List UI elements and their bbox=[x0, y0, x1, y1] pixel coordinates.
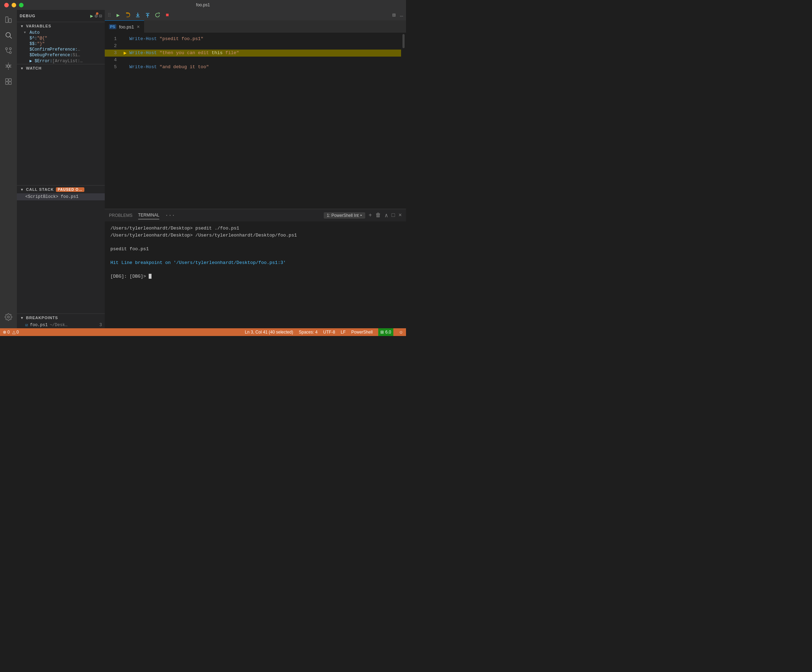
powershell-extension[interactable]: ⊞ 6.0 bbox=[378, 328, 393, 336]
problems-tab[interactable]: PROBLEMS bbox=[109, 211, 133, 219]
callstack-arrow-icon: ▼ bbox=[20, 187, 25, 192]
extension-version: 6.0 bbox=[385, 330, 391, 334]
var-item-5[interactable]: ▶ $Error: [ArrayList:… bbox=[17, 58, 105, 64]
var-item-3[interactable]: $ConfirmPreference: … bbox=[17, 47, 105, 52]
breakpoint-item[interactable]: ☑ foo.ps1 ~/Desk… 3 bbox=[17, 322, 105, 328]
close-button[interactable] bbox=[4, 3, 9, 7]
debug-label: DEBUG bbox=[20, 14, 36, 18]
indentation[interactable]: Spaces: 4 bbox=[299, 330, 317, 334]
terminal-more-button[interactable]: ··· bbox=[165, 212, 175, 218]
var-item-1[interactable]: $^: "@{" bbox=[17, 36, 105, 41]
terminal-header: PROBLEMS TERMINAL ··· 1: PowerShell Int … bbox=[105, 209, 406, 222]
code-line-3: 3 ▶ Write-Host "then you can edit this f… bbox=[105, 49, 406, 56]
collapse-terminal-button[interactable]: ∧ bbox=[385, 212, 388, 219]
sidebar: DEBUG ▶ ⚙ ⊡ ▼ VARIABLES ▼ Auto $^: bbox=[17, 10, 105, 328]
minimize-button[interactable] bbox=[12, 3, 16, 7]
code-line-2: 2 bbox=[105, 43, 406, 49]
var-item-4[interactable]: $DebugPreference: Si… bbox=[17, 52, 105, 58]
continue-button[interactable]: ▶ bbox=[114, 11, 122, 19]
activity-icon-search[interactable] bbox=[2, 28, 15, 42]
window-title: foo.ps1 bbox=[196, 2, 210, 7]
stop-button[interactable]: ■ bbox=[163, 11, 172, 19]
step-over-button[interactable] bbox=[124, 11, 132, 19]
error-icon: ⊗ bbox=[3, 330, 6, 334]
term-line-4: psedit foo.ps1 bbox=[110, 246, 400, 253]
callstack-header[interactable]: ▼ CALL STACK PAUSED O… bbox=[17, 186, 105, 193]
keyword-1: Write-Host bbox=[130, 36, 157, 41]
editor-content[interactable]: 1 Write-Host "psedit foo.ps1" 2 3 bbox=[105, 33, 406, 209]
maximize-terminal-button[interactable]: □ bbox=[392, 212, 395, 218]
step-into-button[interactable] bbox=[133, 11, 142, 19]
terminal-tab[interactable]: TERMINAL bbox=[138, 211, 160, 219]
maximize-button[interactable] bbox=[19, 3, 24, 7]
terminal-dropdown[interactable]: 1: PowerShell Int ‣ bbox=[324, 212, 365, 218]
debug-toolbar: ⠿ ▶ ■ bbox=[105, 10, 406, 20]
error-count: 0 bbox=[7, 330, 10, 334]
code-text-1: Write-Host "psedit foo.ps1" bbox=[128, 36, 406, 43]
toolbar-drag-handle[interactable]: ⠿ bbox=[107, 12, 111, 18]
more-actions-button[interactable]: … bbox=[400, 12, 403, 18]
var-val-2: "}" bbox=[37, 41, 45, 46]
restart-button[interactable] bbox=[153, 11, 162, 19]
main-container: DEBUG ▶ ⚙ ⊡ ▼ VARIABLES ▼ Auto $^: bbox=[0, 10, 406, 328]
callstack-panel: ▼ CALL STACK PAUSED O… <ScriptBlock> foo… bbox=[17, 185, 105, 200]
warning-count: 0 bbox=[17, 330, 19, 334]
svg-point-5 bbox=[10, 52, 12, 54]
auto-label: Auto bbox=[29, 30, 40, 35]
cursor-position[interactable]: Ln 3, Col 41 (40 selected) bbox=[245, 330, 293, 334]
var-key-3: $ConfirmPreference: bbox=[29, 47, 78, 52]
feedback-icon[interactable]: ☺ bbox=[399, 330, 403, 334]
terminal-controls: 1: PowerShell Int ‣ + 🗑 ∧ □ × bbox=[324, 212, 402, 219]
debug-terminal-button[interactable]: ⊡ bbox=[99, 13, 102, 19]
activity-icon-extensions[interactable] bbox=[2, 75, 15, 89]
activity-icon-settings[interactable] bbox=[2, 310, 15, 324]
close-terminal-button[interactable]: × bbox=[398, 212, 402, 218]
svg-rect-11 bbox=[9, 82, 11, 84]
tab-close-button[interactable]: × bbox=[137, 24, 140, 29]
tab-foo-ps1[interactable]: PS foo.ps1 × bbox=[105, 20, 144, 33]
editor-scrollbar[interactable] bbox=[401, 33, 406, 209]
debug-play-button[interactable]: ▶ bbox=[90, 13, 93, 19]
svg-point-2 bbox=[6, 33, 10, 37]
encoding[interactable]: UTF-8 bbox=[323, 330, 335, 334]
term-line-8: [DBG]: [DBG]> bbox=[110, 273, 400, 280]
terminal-cursor bbox=[149, 274, 152, 279]
code-area[interactable]: 1 Write-Host "psedit foo.ps1" 2 3 bbox=[105, 33, 406, 209]
terminal-body[interactable]: /Users/tylerleonhardt/Desktop> psedit ./… bbox=[105, 222, 406, 328]
debug-gear-button[interactable]: ⚙ bbox=[95, 13, 97, 19]
activity-icon-debug[interactable] bbox=[2, 59, 15, 73]
variables-header[interactable]: ▼ VARIABLES bbox=[17, 22, 105, 30]
auto-item[interactable]: ▼ Auto bbox=[17, 30, 105, 36]
add-terminal-button[interactable]: + bbox=[369, 212, 372, 218]
svg-line-3 bbox=[10, 37, 12, 38]
step-out-button[interactable] bbox=[143, 11, 152, 19]
callstack-item[interactable]: <ScriptBlock> foo.ps1 bbox=[17, 193, 105, 200]
eol[interactable]: LF bbox=[341, 330, 346, 334]
language-mode[interactable]: PowerShell bbox=[351, 330, 373, 334]
activity-icon-source-control[interactable] bbox=[2, 44, 15, 58]
breakpoints-label: BREAKPOINTS bbox=[26, 316, 58, 320]
string-3: "then you can edit bbox=[160, 50, 212, 56]
term-line-6: Hit Line breakpoint on '/Users/tylerleon… bbox=[110, 259, 400, 266]
terminal-dropdown-label: 1: PowerShell Int ‣ bbox=[327, 213, 362, 218]
watch-header[interactable]: ▼ WATCH bbox=[17, 64, 105, 72]
breakpoints-header[interactable]: ▼ BREAKPOINTS bbox=[17, 314, 105, 322]
var-key-2: $$: bbox=[29, 41, 37, 46]
highlight-this: this bbox=[212, 50, 222, 56]
tab-label: foo.ps1 bbox=[119, 24, 134, 29]
var-item-2[interactable]: $$: "}" bbox=[17, 41, 105, 47]
code-text-5: Write-Host "and debug it too" bbox=[128, 64, 406, 71]
status-right: Ln 3, Col 41 (40 selected) Spaces: 4 UTF… bbox=[245, 328, 403, 336]
kill-terminal-button[interactable]: 🗑 bbox=[375, 212, 381, 218]
string-1: "psedit foo.ps1" bbox=[160, 36, 203, 41]
window-controls bbox=[4, 3, 24, 7]
activity-icon-explorer[interactable] bbox=[2, 13, 15, 27]
scroll-thumb bbox=[403, 34, 404, 48]
status-errors[interactable]: ⊗ 0 △ 0 bbox=[3, 330, 19, 334]
term-line-1: /Users/tylerleonhardt/Desktop> psedit ./… bbox=[110, 225, 400, 232]
svg-rect-10 bbox=[6, 82, 8, 84]
term-line-5 bbox=[110, 252, 400, 259]
split-editor-button[interactable]: ⊞ bbox=[392, 12, 396, 19]
code-line-5: 5 Write-Host "and debug it too" bbox=[105, 64, 406, 71]
breakpoints-panel: ▼ BREAKPOINTS ☑ foo.ps1 ~/Desk… 3 bbox=[17, 314, 105, 328]
